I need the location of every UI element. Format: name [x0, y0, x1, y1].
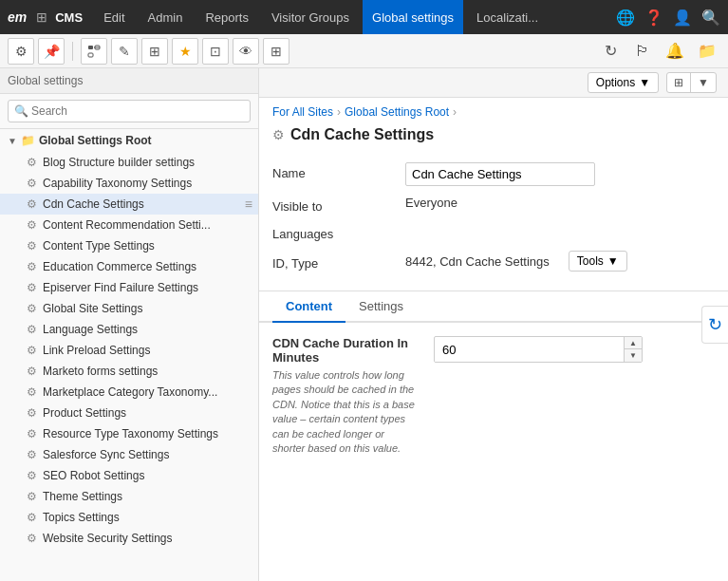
- nav-visitor-groups[interactable]: Visitor Groups: [262, 0, 359, 34]
- gear-icon-episerver: ⚙: [27, 281, 37, 294]
- edit-toolbar-icon[interactable]: ✎: [111, 38, 138, 65]
- tree-item-website-security-label: Website Security Settings: [43, 532, 173, 545]
- tree-item-marketplace[interactable]: ⚙ Marketplace Category Taxonomy...: [0, 382, 258, 403]
- tree-item-content-type-label: Content Type Settings: [43, 239, 155, 253]
- tree-item-blog[interactable]: ⚙ Blog Structure builder settings: [0, 152, 258, 173]
- tree-item-language-label: Language Settings: [43, 323, 138, 336]
- user-icon[interactable]: 👤: [673, 9, 692, 27]
- page-tree-icon[interactable]: [81, 38, 107, 65]
- breadcrumb-global-settings-root[interactable]: Global Settings Root: [345, 105, 449, 119]
- tree-item-link-preload[interactable]: ⚙ Link Preload Settings: [0, 340, 258, 361]
- tree-item-content-rec-label: Content Recommendation Setti...: [43, 218, 211, 232]
- tools-button[interactable]: Tools ▼: [569, 251, 627, 272]
- gear-icon-seo: ⚙: [27, 469, 37, 482]
- list-view-button[interactable]: ▼: [691, 73, 716, 92]
- expand-icon[interactable]: ⊞: [263, 38, 289, 65]
- grid-icon[interactable]: ⊞: [36, 9, 47, 25]
- cdn-duration-input[interactable]: [435, 338, 624, 362]
- search-input[interactable]: [8, 100, 251, 122]
- split-view-button[interactable]: ⊞: [667, 73, 691, 92]
- tree-item-seo-label: SEO Robot Settings: [43, 469, 144, 482]
- refresh-icon[interactable]: ↻: [597, 38, 624, 65]
- tree-item-content-type[interactable]: ⚙ Content Type Settings: [0, 235, 258, 256]
- tree-item-link-preload-label: Link Preload Settings: [43, 344, 150, 357]
- toolbar-right: ↻ 🏳 🔔 📁: [597, 38, 720, 65]
- tab-settings[interactable]: Settings: [345, 291, 417, 323]
- tabs-bar: Content Settings: [259, 291, 728, 323]
- spin-up-button[interactable]: ▲: [625, 337, 642, 349]
- tools-chevron-icon: ▼: [607, 254, 619, 268]
- options-label: Options: [596, 76, 635, 89]
- tree-item-capability[interactable]: ⚙ Capability Taxonomy Settings: [0, 173, 258, 194]
- sidebar-header: Global settings: [0, 68, 258, 94]
- name-input[interactable]: [405, 162, 595, 186]
- breadcrumb-sep-1: ›: [337, 105, 341, 119]
- form-row-languages: Languages: [272, 223, 715, 241]
- tree-item-cdn-label: Cdn Cache Settings: [43, 197, 144, 211]
- visible-to-label: Visible to: [272, 196, 405, 214]
- nav-localization[interactable]: Localizati...: [467, 0, 548, 34]
- floating-refresh-button[interactable]: ↻: [701, 306, 728, 344]
- tree-item-global-site[interactable]: ⚙ Global Site Settings: [0, 298, 258, 319]
- star-toolbar-icon[interactable]: ★: [172, 38, 198, 65]
- tab-content-area: CDN Cache Duration In Minutes This value…: [259, 323, 728, 581]
- nav-edit[interactable]: Edit: [94, 0, 134, 34]
- item-menu-cdn[interactable]: ≡: [245, 197, 252, 212]
- page-title-bar: ⚙ Cdn Cache Settings: [259, 122, 728, 153]
- tree-item-marketo[interactable]: ⚙ Marketo forms settings: [0, 361, 258, 382]
- help-icon[interactable]: ❓: [644, 9, 663, 27]
- breadcrumb-sep-2: ›: [453, 105, 457, 119]
- tree-item-seo[interactable]: ⚙ SEO Robot Settings: [0, 465, 258, 486]
- tree-item-topics[interactable]: ⚙ Topics Settings: [0, 507, 258, 528]
- options-button[interactable]: Options ▼: [588, 72, 659, 93]
- bell-icon[interactable]: 🔔: [662, 38, 688, 65]
- tree-item-salesforce[interactable]: ⚙ Salesforce Sync Settings: [0, 444, 258, 465]
- tree-root[interactable]: ▼ 📁 Global Settings Root: [0, 129, 258, 152]
- page-title: Cdn Cache Settings: [290, 126, 434, 143]
- gear-icon-product: ⚙: [27, 406, 37, 420]
- pin-toolbar-icon[interactable]: 📌: [38, 38, 65, 65]
- nav-reports[interactable]: Reports: [196, 0, 258, 34]
- flag-icon[interactable]: 🏳: [629, 38, 656, 65]
- spin-down-button[interactable]: ▼: [625, 349, 642, 362]
- tree-item-product[interactable]: ⚙ Product Settings: [0, 403, 258, 423]
- nav-global-settings[interactable]: Global settings: [363, 0, 463, 34]
- tree-item-education[interactable]: ⚙ Education Commerce Settings: [0, 256, 258, 277]
- gear-icon-education: ⚙: [27, 260, 37, 273]
- tree-item-episerver-label: Episerver Find Failure Settings: [43, 281, 198, 294]
- search-nav-icon[interactable]: 🔍: [701, 9, 720, 27]
- globe-icon[interactable]: 🌐: [616, 9, 635, 27]
- tree-root-label: Global Settings Root: [39, 134, 152, 147]
- nav-admin[interactable]: Admin: [139, 0, 193, 34]
- page-title-gear-icon: ⚙: [272, 127, 285, 142]
- languages-label: Languages: [272, 223, 405, 241]
- breadcrumb-for-all-sites[interactable]: For All Sites: [272, 105, 333, 119]
- dotted-square-icon[interactable]: ⊡: [202, 38, 229, 65]
- gear-icon-salesforce: ⚙: [27, 448, 37, 461]
- id-type-area: 8442, Cdn Cache Settings Tools ▼: [405, 251, 715, 272]
- tree-item-resource[interactable]: ⚙ Resource Type Taxonomy Settings: [0, 423, 258, 444]
- second-toolbar: ⚙ 📌 ✎ ⊞ ★ ⊡ 👁 ⊞ ↻ 🏳 🔔 📁: [0, 34, 728, 68]
- view-toggle: ⊞ ▼: [666, 72, 717, 93]
- tree-item-cdn[interactable]: ⚙ Cdn Cache Settings ≡: [0, 194, 258, 215]
- logo: em: [8, 9, 27, 25]
- settings-toolbar-icon[interactable]: ⚙: [8, 38, 34, 65]
- form-row-name: Name: [272, 162, 715, 186]
- tree-item-website-security[interactable]: ⚙ Website Security Settings: [0, 528, 258, 549]
- number-input-wrapper: ▲ ▼: [434, 336, 643, 363]
- tree-folder-icon: 📁: [21, 134, 35, 147]
- tree-item-blog-label: Blog Structure builder settings: [43, 156, 195, 169]
- eye-icon[interactable]: 👁: [233, 38, 259, 65]
- tree-item-episerver[interactable]: ⚙ Episerver Find Failure Settings: [0, 277, 258, 298]
- gear-icon-content-rec: ⚙: [27, 218, 37, 232]
- grid-toolbar-icon[interactable]: ⊞: [141, 38, 168, 65]
- tree-item-theme[interactable]: ⚙ Theme Settings: [0, 486, 258, 507]
- tree-item-topics-label: Topics Settings: [43, 511, 120, 524]
- toolbar-separator-1: [72, 42, 73, 61]
- form-row-id-type: ID, Type 8442, Cdn Cache Settings Tools …: [272, 251, 715, 272]
- folder-icon-toolbar[interactable]: 📁: [694, 38, 720, 65]
- tree-item-content-rec[interactable]: ⚙ Content Recommendation Setti...: [0, 215, 258, 235]
- tab-content[interactable]: Content: [272, 291, 345, 323]
- cdn-duration-field: CDN Cache Duration In Minutes This value…: [272, 336, 715, 456]
- tree-item-language[interactable]: ⚙ Language Settings: [0, 319, 258, 340]
